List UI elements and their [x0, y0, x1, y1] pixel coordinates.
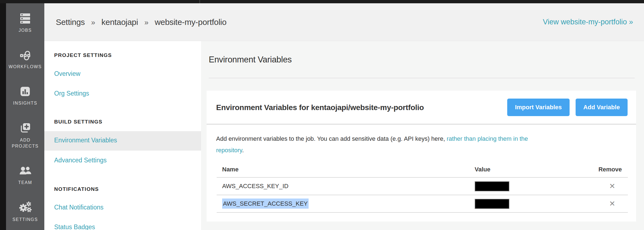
- breadcrumb-project[interactable]: website-my-portfolio: [155, 18, 226, 27]
- table-row: AWS_SECRET_ACCESS_KEY ✕: [217, 195, 628, 212]
- sidebar-item-jobs[interactable]: JOBS: [9, 13, 42, 33]
- environment-variables-card: Environment Variables for kentaojapi/web…: [207, 91, 636, 222]
- page-header: Settings » kentaojapi » website-my-portf…: [44, 3, 644, 41]
- column-header-name: Name: [217, 162, 475, 177]
- settings-icon: [19, 201, 32, 214]
- main-content: Environment Variables Environment Variab…: [201, 41, 644, 230]
- table-header-row: Name Value Remove: [217, 162, 628, 177]
- insights-icon: [19, 85, 32, 97]
- sidebar-item-label: ADD PROJECTS: [9, 137, 42, 149]
- env-var-name-selected: AWS_SECRET_ACCESS_KEY: [222, 199, 309, 209]
- page-title-divider: [209, 78, 635, 78]
- app-sidebar: JOBS WORKFLOWS: [6, 3, 44, 230]
- page-title: Environment Variables: [209, 55, 292, 65]
- team-icon: [19, 165, 32, 177]
- settings-nav-panel: PROJECT SETTINGS Overview Org Settings B…: [44, 41, 201, 230]
- env-var-value-cell: [475, 195, 584, 212]
- redacted-value-box: [475, 199, 509, 209]
- table-row: AWS_ACCESS_KEY_ID ✕: [217, 177, 628, 195]
- nav-item-chat-notifications[interactable]: Chat Notifications: [54, 204, 103, 211]
- top-window-bar: [0, 0, 644, 3]
- redacted-value-box: [475, 181, 509, 191]
- sidebar-item-add-projects[interactable]: ADD PROJECTS: [9, 122, 42, 149]
- nav-item-org-settings[interactable]: Org Settings: [54, 90, 89, 97]
- nav-item-overview[interactable]: Overview: [54, 70, 80, 77]
- repository-link-line2[interactable]: repository: [216, 147, 242, 154]
- env-variables-table: Name Value Remove AWS_ACCESS_KEY_ID ✕: [217, 162, 628, 213]
- description-text: Add environment variables to the job. Yo…: [216, 135, 447, 142]
- breadcrumb-separator: »: [91, 18, 95, 27]
- card-description: Add environment variables to the job. Yo…: [216, 133, 528, 156]
- remove-variable-button[interactable]: ✕: [609, 182, 615, 190]
- sidebar-item-label: WORKFLOWS: [8, 64, 42, 70]
- import-variables-button[interactable]: Import Variables: [507, 99, 570, 116]
- jobs-icon: [19, 13, 32, 25]
- view-project-link[interactable]: View website-my-portfolio »: [543, 18, 633, 26]
- card-header-divider: [207, 124, 636, 125]
- nav-heading-notifications: NOTIFICATIONS: [54, 186, 99, 192]
- sidebar-item-label: TEAM: [18, 180, 32, 186]
- add-variable-button[interactable]: Add Variable: [576, 99, 628, 116]
- left-edge-strip: [0, 0, 6, 230]
- sidebar-item-workflows[interactable]: WORKFLOWS: [9, 49, 42, 70]
- repository-link-line1[interactable]: rather than placing them in the: [447, 135, 528, 142]
- sidebar-item-label: SETTINGS: [13, 217, 38, 223]
- sidebar-item-insights[interactable]: ADD PROJECTS INSIGHTS: [9, 85, 42, 106]
- breadcrumb: Settings » kentaojapi » website-my-portf…: [56, 18, 227, 27]
- breadcrumb-org[interactable]: kentaojapi: [101, 18, 138, 27]
- workflows-icon: [19, 49, 32, 61]
- sidebar-item-label: INSIGHTS: [13, 100, 37, 106]
- card-buttons: Import Variables Add Variable: [507, 99, 628, 116]
- remove-cell: ✕: [584, 177, 628, 195]
- nav-item-advanced-settings[interactable]: Advanced Settings: [54, 157, 107, 164]
- env-var-name-cell: AWS_SECRET_ACCESS_KEY: [217, 195, 475, 212]
- column-header-value: Value: [475, 162, 584, 177]
- nav-item-status-badges[interactable]: Status Badges: [54, 223, 95, 230]
- env-var-value-cell: [475, 177, 584, 195]
- sidebar-item-label: JOBS: [19, 27, 32, 33]
- env-var-name: AWS_ACCESS_KEY_ID: [217, 177, 475, 195]
- remove-variable-button[interactable]: ✕: [609, 200, 615, 207]
- card-title: Environment Variables for kentaojapi/web…: [216, 103, 424, 112]
- nav-item-environment-variables[interactable]: Environment Variables: [54, 137, 117, 144]
- nav-heading-project-settings: PROJECT SETTINGS: [54, 52, 112, 58]
- top-bar-divider: [199, 0, 200, 3]
- remove-cell: ✕: [584, 195, 628, 212]
- add-projects-icon: [19, 122, 32, 134]
- column-header-remove: Remove: [584, 162, 628, 177]
- sidebar-item-team[interactable]: TEAM: [9, 165, 42, 186]
- breadcrumb-separator: »: [144, 18, 149, 27]
- nav-heading-build-settings: BUILD SETTINGS: [54, 119, 103, 125]
- breadcrumb-settings[interactable]: Settings: [56, 18, 85, 27]
- description-period: .: [242, 147, 244, 154]
- sidebar-item-settings[interactable]: SETTINGS: [9, 201, 42, 223]
